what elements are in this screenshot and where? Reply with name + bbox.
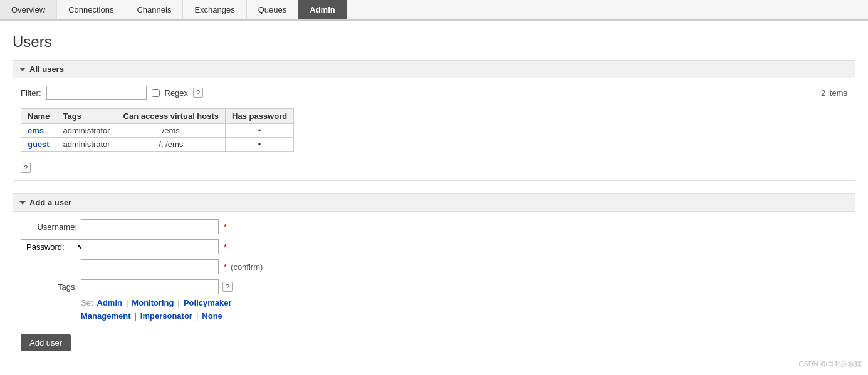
tag-link-impersonator[interactable]: Impersonator [140, 311, 192, 321]
password-label: Password: No password [21, 239, 77, 254]
user-password-cell: • [226, 138, 294, 152]
items-count: 2 items [821, 88, 847, 98]
all-users-header: All users [13, 61, 855, 78]
user-vhosts-cell: /ems [117, 124, 225, 138]
password-required: * [224, 242, 227, 252]
table-row: ems administrator /ems • [21, 124, 294, 138]
nav-item-overview[interactable]: Overview [0, 0, 57, 19]
user-vhosts-cell: /, /ems [117, 138, 225, 152]
nav-item-queues[interactable]: Queues [247, 0, 299, 19]
confirm-required: * [224, 262, 227, 272]
collapse-icon-add[interactable] [19, 201, 26, 205]
col-header-name: Name [21, 109, 56, 124]
user-name-link[interactable]: guest [28, 140, 50, 149]
username-required: * [224, 222, 227, 232]
add-user-title: Add a user [29, 198, 71, 207]
nav-item-connections[interactable]: Connections [57, 0, 125, 19]
tag-link-management[interactable]: Management [81, 311, 130, 321]
tags-label: Tags: [21, 282, 77, 292]
tag-sep: | [178, 298, 180, 307]
watermark: CSDN @肖邦的救赎 [799, 359, 862, 369]
user-tags-cell: administrator [56, 138, 117, 152]
username-label: Username: [21, 222, 77, 232]
regex-checkbox[interactable] [152, 89, 160, 97]
add-user-button-row: Add user [21, 328, 847, 351]
tags-help-button[interactable]: ? [222, 282, 233, 292]
page-content: Users All users Filter: Regex ? 2 items … [0, 21, 868, 375]
all-users-title: All users [29, 64, 64, 74]
all-users-body: Filter: Regex ? 2 items Name Tags Can ac… [13, 78, 855, 180]
table-head: Name Tags Can access virtual hosts Has p… [21, 109, 294, 124]
table-row: guest administrator /, /ems • [21, 138, 294, 152]
confirm-password-input[interactable] [81, 259, 219, 274]
user-name-cell: ems [21, 124, 56, 138]
confirm-password-row: * (confirm) [21, 259, 847, 274]
user-tags-cell: administrator [56, 124, 117, 138]
tag-sep: | [196, 311, 198, 321]
user-name-cell: guest [21, 138, 56, 152]
user-name-link[interactable]: ems [28, 126, 44, 135]
filter-input[interactable] [46, 86, 147, 100]
table-header-row: Name Tags Can access virtual hosts Has p… [21, 109, 294, 124]
tag-sep: | [126, 298, 128, 307]
tags-input[interactable] [81, 279, 219, 294]
password-type-select[interactable]: Password: No password [21, 239, 86, 254]
password-input[interactable] [81, 239, 219, 254]
filter-label: Filter: [21, 88, 41, 98]
collapse-icon[interactable] [19, 68, 26, 71]
filter-help-button[interactable]: ? [193, 88, 203, 98]
nav-item-admin[interactable]: Admin [298, 0, 347, 19]
tag-link-policymaker[interactable]: Policymaker [184, 298, 232, 307]
page-title: Users [13, 33, 855, 51]
col-header-tags: Tags [56, 109, 117, 124]
all-users-section: All users Filter: Regex ? 2 items Name T… [13, 60, 855, 181]
password-row: Password: No password * [21, 239, 847, 254]
add-user-section: Add a user Username: * Password: No pass… [13, 193, 855, 359]
add-user-button[interactable]: Add user [21, 334, 71, 351]
add-user-header: Add a user [13, 194, 855, 212]
filter-row: Filter: Regex ? 2 items [21, 86, 847, 100]
add-user-body: Username: * Password: No password * [13, 212, 855, 359]
tags-row: Tags: ? [21, 279, 847, 294]
confirm-text: (confirm) [231, 262, 263, 272]
col-header-vhosts: Can access virtual hosts [117, 109, 225, 124]
set-tags-row2: Management | Impersonator | None [81, 311, 847, 321]
tag-sep: | [134, 311, 136, 321]
set-label: Set [81, 298, 93, 307]
nav-item-channels[interactable]: Channels [125, 0, 183, 19]
tag-link-monitoring[interactable]: Monitoring [132, 298, 174, 307]
tag-link-admin[interactable]: Admin [97, 298, 122, 307]
username-row: Username: * [21, 219, 847, 234]
nav-bar: Overview Connections Channels Exchanges … [0, 0, 868, 21]
nav-item-exchanges[interactable]: Exchanges [183, 0, 246, 19]
tag-link-none[interactable]: None [202, 311, 222, 321]
user-password-cell: • [226, 124, 294, 138]
table-help-button[interactable]: ? [21, 163, 31, 173]
username-input[interactable] [81, 219, 219, 234]
users-table: Name Tags Can access virtual hosts Has p… [21, 108, 294, 152]
table-body: ems administrator /ems • guest administr… [21, 124, 294, 152]
set-tags-row1: Set Admin | Monitoring | Policymaker [81, 298, 847, 307]
col-header-password: Has password [226, 109, 294, 124]
regex-label: Regex [165, 88, 189, 98]
